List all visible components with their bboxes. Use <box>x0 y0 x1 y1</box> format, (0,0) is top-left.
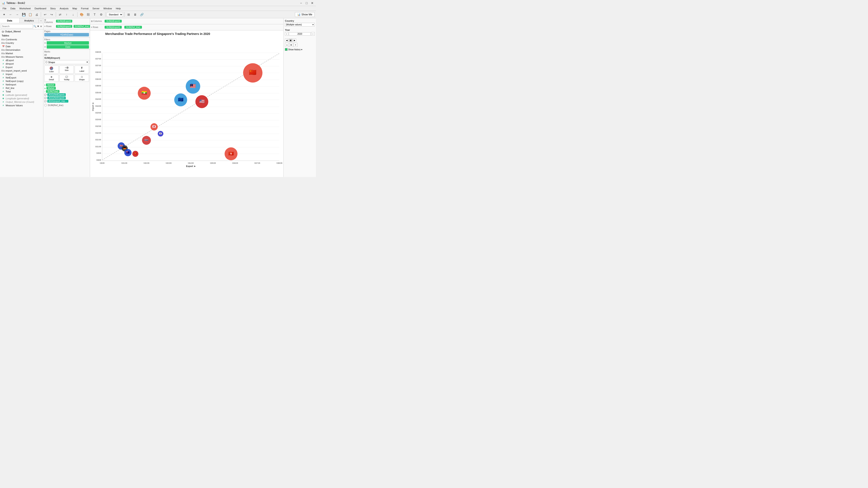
menu-server[interactable]: Server <box>91 7 101 10</box>
field-export[interactable]: # Export <box>0 65 43 69</box>
swap-button[interactable]: ⇄ <box>57 12 63 18</box>
frame-view-button[interactable]: ▣ <box>289 39 292 42</box>
grid-button[interactable]: ⊞ <box>126 12 131 18</box>
field-latitude[interactable]: ⊕ Latitude (generated) <box>0 93 43 97</box>
redo-button[interactable]: ↪ <box>49 12 55 18</box>
filter-icon[interactable]: ▼ <box>37 24 39 28</box>
field-measure-names[interactable]: Abc Measure Names <box>0 55 43 59</box>
search-input[interactable] <box>1 24 33 28</box>
new-button[interactable]: ✦ <box>1 12 7 18</box>
year-prev-button[interactable]: ‹ <box>285 32 288 36</box>
standard-select[interactable]: Standard <box>107 12 123 17</box>
mark-label-btn[interactable]: T Label <box>75 65 89 74</box>
marks-type-dropdown[interactable]: ⬡ Shape ▾ <box>44 60 89 64</box>
field-refline[interactable]: # Ref_line <box>0 86 43 90</box>
field-netexport-copy[interactable]: # NetExport (copy) <box>0 79 43 83</box>
output-filtered-item[interactable]: 🗂 Output_filtered <box>0 30 43 33</box>
marks-market-pill-1[interactable]: Market <box>46 84 55 86</box>
close-button[interactable]: ✕ <box>310 1 314 5</box>
field-date[interactable]: 📅 Date <box>0 45 43 48</box>
menu-file[interactable]: File <box>1 7 8 10</box>
prev-frame-button[interactable]: ◀ <box>285 39 288 42</box>
present-button[interactable]: 🖥 <box>132 12 138 18</box>
save-button[interactable]: 💾 <box>21 12 27 18</box>
sort-icon[interactable]: ≡ <box>40 24 42 28</box>
y-axis-label: Import ➤ <box>92 102 94 111</box>
color-button[interactable]: 🎨 <box>79 12 85 18</box>
field-dexport[interactable]: # dExport <box>0 59 43 62</box>
mark-detail-btn[interactable]: ⊕ Detail <box>44 75 59 82</box>
label-button[interactable]: T <box>92 12 97 18</box>
year-next-button[interactable]: › <box>311 32 315 36</box>
field-netexport[interactable]: # NetExport <box>0 76 43 79</box>
save-as-button[interactable]: 📋 <box>27 12 33 18</box>
show-history-checkbox[interactable] <box>285 48 287 51</box>
field-market[interactable]: Abc Market <box>0 52 43 55</box>
chain-button[interactable]: ⛓ <box>85 12 91 18</box>
share-button[interactable]: 🔗 <box>139 12 145 18</box>
show-history-dropdown[interactable]: ▾ <box>301 48 302 51</box>
tab-analytics[interactable]: Analytics <box>20 18 39 23</box>
mark-shape-btn[interactable]: ⬡ Shape <box>75 75 89 82</box>
forward-button[interactable]: → <box>14 12 20 18</box>
filter-market-pill[interactable]: Market <box>46 41 89 45</box>
field-count[interactable]: # Output_filtered.csv (Count) <box>0 100 43 104</box>
menu-format[interactable]: Format <box>79 7 90 10</box>
mark-tooltip-btn[interactable]: 💬 Tooltip <box>59 75 74 82</box>
marks-total-pill[interactable]: SUM(Total) <box>46 90 59 93</box>
mark-size-btn[interactable]: Size <box>59 65 74 74</box>
marks-netimport-pill[interactable]: AGG(NetImport) <box>47 97 66 99</box>
marks-netexport-pill[interactable]: AGG(NetExport) <box>47 93 66 96</box>
maximize-button[interactable]: □ <box>305 1 309 5</box>
marks-exportimp-pill[interactable]: AGG(export_imp… <box>47 100 68 103</box>
rows-pill-1[interactable]: SUM(dImport) <box>56 25 72 28</box>
field-denomination[interactable]: Abc Denomination <box>0 48 43 52</box>
country-dropdown[interactable]: (Multiple values) ▾ <box>285 23 315 27</box>
back-button[interactable]: ← <box>8 12 13 18</box>
panel-collapse-button[interactable]: ‹ <box>39 18 43 23</box>
print-button[interactable]: 🖨 <box>34 12 39 18</box>
field-export-import-word[interactable]: Abc export_import_word <box>0 69 43 72</box>
menu-dashboard[interactable]: Dashboard <box>33 7 48 10</box>
grid-view-button[interactable]: ⊞ <box>289 43 293 47</box>
field-longitude[interactable]: ⊕ Longitude (generated) <box>0 97 43 100</box>
show-history-row[interactable]: Show history ▾ <box>285 48 315 51</box>
field-import[interactable]: # Import <box>0 72 43 76</box>
marks-market-pill-2[interactable]: Market <box>46 87 56 90</box>
list-view-button[interactable]: ≡ <box>293 43 298 47</box>
sort-asc-button[interactable]: ↑ <box>64 12 69 18</box>
menu-window[interactable]: Window <box>102 7 114 10</box>
columns-bar-pill[interactable]: SUM(dExport) <box>104 20 122 23</box>
svg-text:S$65B: S$65B <box>95 71 101 73</box>
menu-map[interactable]: Map <box>71 7 79 10</box>
sort-desc-button[interactable]: ↓ <box>70 12 76 18</box>
search-icon[interactable]: 🔍 <box>33 24 36 28</box>
columns-pill[interactable]: SUM(dExport) <box>56 20 72 23</box>
menu-story[interactable]: Story <box>49 7 58 10</box>
year-date-pill[interactable]: YEAR(Date) <box>44 33 89 36</box>
next-frame-button[interactable]: ▶ <box>293 39 296 42</box>
show-me-button[interactable]: 📊 Show Me <box>295 12 315 17</box>
menu-help[interactable]: Help <box>114 7 123 10</box>
menu-analysis[interactable]: Analysis <box>58 7 70 10</box>
rows-bar-pill-1[interactable]: SUM(dImport) <box>104 26 122 29</box>
field-country[interactable]: Abc Country <box>0 41 43 45</box>
field-total[interactable]: # Total <box>0 90 43 93</box>
filter-date[interactable]: ⊞ Date <box>44 45 89 48</box>
rows-pill-2[interactable]: SUM(Ref_line) <box>73 25 91 28</box>
field-measure-values[interactable]: # Measure Values <box>0 104 43 107</box>
menu-worksheet[interactable]: Worksheet <box>18 7 32 10</box>
filter-date-pill[interactable]: Date <box>46 45 89 48</box>
undo-button[interactable]: ↩ <box>42 12 48 18</box>
mark-color-btn[interactable]: Color <box>44 65 59 74</box>
rows-bar-pill-2[interactable]: SUM(Ref_line) <box>124 26 142 29</box>
filter-button[interactable]: ⚙ <box>98 12 104 18</box>
minimize-button[interactable]: − <box>299 1 303 5</box>
field-continents[interactable]: Abc Continents <box>0 38 43 41</box>
field-dimport[interactable]: # dImport <box>0 62 43 65</box>
filter-market[interactable]: ⊞ Market <box>44 41 89 45</box>
tab-data[interactable]: Data <box>0 18 20 23</box>
single-view-button[interactable]: ▭ <box>285 43 289 47</box>
menu-data[interactable]: Data <box>9 7 17 10</box>
field-netimport[interactable]: # NetImport <box>0 83 43 86</box>
